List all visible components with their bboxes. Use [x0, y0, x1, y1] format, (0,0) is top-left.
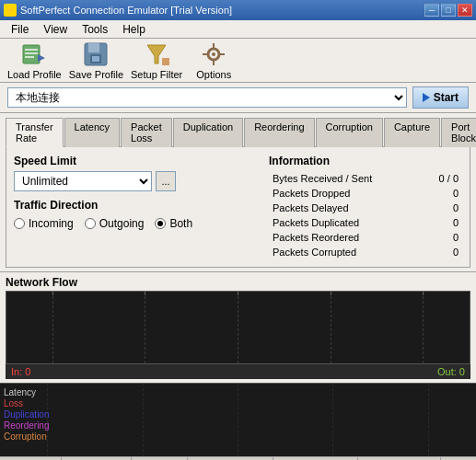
- legend-reordering-label: Reordering: [4, 420, 49, 431]
- flow-out-label: Out: 0: [437, 366, 465, 377]
- save-profile-button[interactable]: Save Profile: [69, 41, 123, 80]
- table-row: Packets Reordered 0: [269, 230, 462, 245]
- radio-group: Incoming Outgoing Both: [14, 217, 258, 230]
- tab-latency[interactable]: Latency: [64, 118, 121, 147]
- legend-overlay: Latency Loss Duplication Reordering Corr…: [4, 387, 49, 442]
- setup-filter-button[interactable]: Setup Filter: [131, 41, 182, 80]
- tab-transfer-rate[interactable]: Transfer Rate: [6, 118, 64, 147]
- tab-reordering[interactable]: Reordering: [244, 118, 314, 147]
- app-icon: ⚡: [4, 4, 17, 17]
- table-row: Packets Delayed 0: [269, 201, 462, 215]
- legend-latency: Latency: [4, 387, 49, 397]
- svg-rect-6: [88, 43, 99, 52]
- start-label: Start: [434, 91, 459, 104]
- load-profile-button[interactable]: Load Profile: [7, 41, 62, 80]
- main-content: Transfer Rate Latency Packet Loss Duplic…: [0, 113, 476, 271]
- info-value-2: 0: [412, 201, 462, 215]
- network-flow-section: Network Flow In: 0 Out: 0: [0, 271, 476, 383]
- tab-duplication[interactable]: Duplication: [173, 118, 243, 147]
- speed-ellipsis-button[interactable]: ...: [156, 171, 176, 191]
- info-value-5: 0: [412, 245, 462, 259]
- radio-both-circle: [155, 218, 166, 229]
- table-row: Bytes Received / Sent 0 / 0: [269, 171, 462, 186]
- radio-outgoing[interactable]: Outgoing: [85, 217, 145, 230]
- filter-icon: [144, 41, 169, 67]
- menu-file[interactable]: File: [4, 21, 36, 38]
- svg-rect-13: [213, 43, 215, 49]
- radio-both-label: Both: [169, 217, 192, 230]
- svg-rect-1: [25, 49, 38, 51]
- maximize-button[interactable]: □: [441, 4, 456, 17]
- speed-limit-select[interactable]: Unlimited: [14, 171, 152, 191]
- info-label-4: Packets Reordered: [269, 230, 412, 245]
- svg-rect-8: [92, 56, 99, 62]
- options-label: Options: [196, 69, 231, 80]
- right-panel: Information Bytes Received / Sent 0 / 0 …: [269, 155, 462, 259]
- legend-duplication-label: Duplication: [4, 409, 49, 420]
- bottom-graph: Latency Loss Duplication Reordering Corr…: [0, 383, 476, 456]
- options-button[interactable]: Options: [190, 41, 238, 80]
- menu-tools[interactable]: Tools: [75, 21, 115, 38]
- speed-limit-label: Speed Limit: [14, 155, 258, 167]
- save-profile-label: Save Profile: [69, 69, 123, 80]
- menu-help[interactable]: Help: [115, 21, 153, 38]
- info-label-3: Packets Duplicated: [269, 215, 412, 230]
- tab-content: Speed Limit Unlimited ... Traffic Direct…: [6, 147, 470, 268]
- svg-rect-3: [25, 56, 34, 58]
- left-panel: Speed Limit Unlimited ... Traffic Direct…: [14, 155, 258, 259]
- radio-incoming-label: Incoming: [29, 217, 74, 230]
- radio-incoming-circle: [14, 218, 25, 229]
- close-button[interactable]: ✕: [458, 4, 472, 17]
- play-icon: [423, 93, 430, 102]
- tab-corruption[interactable]: Corruption: [316, 118, 383, 147]
- info-label-2: Packets Delayed: [269, 201, 412, 215]
- tab-bar: Transfer Rate Latency Packet Loss Duplic…: [6, 117, 470, 147]
- title-bar: ⚡ SoftPerfect Connection Emulator [Trial…: [0, 0, 476, 20]
- svg-point-12: [212, 52, 215, 56]
- menu-view[interactable]: View: [36, 21, 75, 38]
- info-label-0: Bytes Received / Sent: [269, 171, 412, 186]
- legend-loss: Loss: [4, 398, 49, 408]
- radio-outgoing-label: Outgoing: [99, 217, 145, 230]
- title-bar-text: SoftPerfect Connection Emulator [Trial V…: [20, 5, 232, 16]
- info-value-1: 0: [412, 186, 462, 201]
- svg-marker-4: [38, 54, 45, 62]
- table-row: Packets Corrupted 0: [269, 245, 462, 259]
- radio-both[interactable]: Both: [155, 217, 192, 230]
- minimize-button[interactable]: ─: [424, 4, 439, 17]
- load-profile-label: Load Profile: [7, 69, 62, 80]
- window-controls: ─ □ ✕: [424, 4, 472, 17]
- radio-incoming[interactable]: Incoming: [14, 217, 74, 230]
- tab-port-blocking[interactable]: Port Blocking: [441, 118, 476, 147]
- connection-select[interactable]: 本地连接: [7, 87, 407, 108]
- info-value-3: 0: [412, 215, 462, 230]
- radio-outgoing-circle: [85, 218, 96, 229]
- traffic-section: Traffic Direction Incoming Outgoing Both: [14, 199, 258, 230]
- menu-bar: File View Tools Help: [0, 20, 476, 39]
- legend-duplication: Duplication: [4, 409, 49, 420]
- save-icon: [83, 41, 109, 67]
- legend-reordering: Reordering: [4, 420, 49, 431]
- tab-packet-loss[interactable]: Packet Loss: [121, 118, 172, 147]
- setup-filter-label: Setup Filter: [131, 69, 182, 80]
- status-bar: Filter OFF Latency OFF Loss OFF Duplicat…: [0, 456, 476, 460]
- info-value-0: 0 / 0: [412, 171, 462, 186]
- info-value-4: 0: [412, 230, 462, 245]
- start-button[interactable]: Start: [412, 86, 469, 109]
- flow-graph: [6, 291, 470, 364]
- speed-limit-row: Unlimited ...: [14, 171, 258, 191]
- information-label: Information: [269, 155, 462, 167]
- svg-marker-10: [162, 58, 169, 65]
- legend-loss-label: Loss: [4, 398, 23, 408]
- tab-capture[interactable]: Capture: [384, 118, 440, 147]
- info-label-5: Packets Corrupted: [269, 245, 412, 259]
- options-icon: [201, 41, 226, 67]
- table-row: Packets Dropped 0: [269, 186, 462, 201]
- info-table: Bytes Received / Sent 0 / 0 Packets Drop…: [269, 171, 462, 259]
- info-label-1: Packets Dropped: [269, 186, 412, 201]
- svg-rect-2: [25, 52, 38, 54]
- table-row: Packets Duplicated 0: [269, 215, 462, 230]
- flow-labels: In: 0 Out: 0: [6, 364, 470, 379]
- traffic-direction-label: Traffic Direction: [14, 199, 258, 212]
- svg-rect-15: [203, 53, 208, 55]
